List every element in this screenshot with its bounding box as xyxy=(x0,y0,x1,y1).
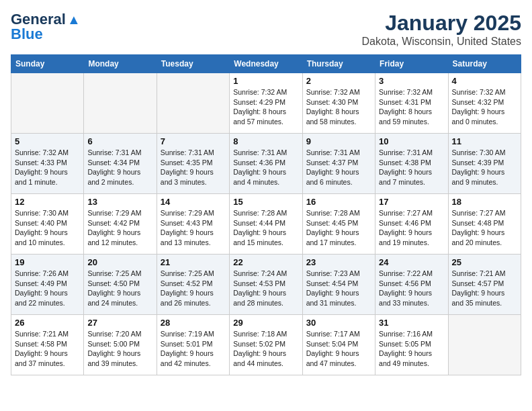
calendar-cell: 2Sunrise: 7:32 AM Sunset: 4:30 PM Daylig… xyxy=(302,73,375,134)
calendar-week-row: 12Sunrise: 7:30 AM Sunset: 4:40 PM Dayli… xyxy=(11,194,521,255)
day-info: Sunrise: 7:32 AM Sunset: 4:33 PM Dayligh… xyxy=(15,148,80,187)
day-number: 23 xyxy=(306,257,371,267)
calendar-cell xyxy=(11,73,84,134)
calendar-cell xyxy=(157,73,229,134)
day-number: 2 xyxy=(306,76,371,86)
day-info: Sunrise: 7:25 AM Sunset: 4:50 PM Dayligh… xyxy=(87,269,152,308)
logo: General ▲ Blue xyxy=(11,11,81,43)
calendar-cell: 6Sunrise: 7:31 AM Sunset: 4:34 PM Daylig… xyxy=(84,134,157,194)
calendar-cell: 5Sunrise: 7:32 AM Sunset: 4:33 PM Daylig… xyxy=(11,134,84,194)
calendar-cell: 12Sunrise: 7:30 AM Sunset: 4:40 PM Dayli… xyxy=(11,194,84,255)
calendar-cell: 17Sunrise: 7:27 AM Sunset: 4:46 PM Dayli… xyxy=(375,194,448,255)
logo-blue: Blue xyxy=(11,26,43,43)
calendar-cell: 18Sunrise: 7:27 AM Sunset: 4:48 PM Dayli… xyxy=(448,194,521,255)
weekday-header: Friday xyxy=(375,55,448,73)
calendar-cell: 21Sunrise: 7:25 AM Sunset: 4:52 PM Dayli… xyxy=(157,255,229,315)
day-number: 7 xyxy=(161,136,226,146)
day-number: 18 xyxy=(452,197,517,207)
day-info: Sunrise: 7:27 AM Sunset: 4:46 PM Dayligh… xyxy=(379,208,444,248)
weekday-header: Tuesday xyxy=(157,55,229,73)
calendar-cell: 15Sunrise: 7:28 AM Sunset: 4:44 PM Dayli… xyxy=(230,194,302,255)
day-info: Sunrise: 7:30 AM Sunset: 4:39 PM Dayligh… xyxy=(452,148,517,187)
weekday-header: Monday xyxy=(84,55,157,73)
day-number: 16 xyxy=(306,197,371,207)
calendar-cell: 29Sunrise: 7:18 AM Sunset: 5:02 PM Dayli… xyxy=(230,315,302,375)
day-number: 1 xyxy=(233,76,298,86)
calendar-cell: 27Sunrise: 7:20 AM Sunset: 5:00 PM Dayli… xyxy=(84,315,157,375)
day-info: Sunrise: 7:32 AM Sunset: 4:32 PM Dayligh… xyxy=(452,87,517,127)
calendar-cell: 26Sunrise: 7:21 AM Sunset: 4:58 PM Dayli… xyxy=(11,315,84,375)
day-info: Sunrise: 7:28 AM Sunset: 4:44 PM Dayligh… xyxy=(233,208,298,248)
day-number: 27 xyxy=(87,318,152,328)
calendar-cell: 14Sunrise: 7:29 AM Sunset: 4:43 PM Dayli… xyxy=(157,194,229,255)
page-header: General ▲ Blue January 2025 Dakota, Wisc… xyxy=(11,11,521,48)
calendar-cell: 7Sunrise: 7:31 AM Sunset: 4:35 PM Daylig… xyxy=(157,134,229,194)
day-number: 30 xyxy=(306,318,371,328)
day-info: Sunrise: 7:16 AM Sunset: 5:05 PM Dayligh… xyxy=(379,329,444,369)
day-number: 12 xyxy=(15,197,80,207)
day-number: 4 xyxy=(452,76,517,86)
day-info: Sunrise: 7:25 AM Sunset: 4:52 PM Dayligh… xyxy=(161,269,226,308)
day-info: Sunrise: 7:24 AM Sunset: 4:53 PM Dayligh… xyxy=(233,269,298,308)
calendar-week-row: 19Sunrise: 7:26 AM Sunset: 4:49 PM Dayli… xyxy=(11,255,521,315)
day-number: 25 xyxy=(452,257,517,267)
calendar-cell: 19Sunrise: 7:26 AM Sunset: 4:49 PM Dayli… xyxy=(11,255,84,315)
day-number: 3 xyxy=(379,76,444,86)
logo-bird-icon: ▲ xyxy=(67,12,81,28)
calendar-cell: 30Sunrise: 7:17 AM Sunset: 5:04 PM Dayli… xyxy=(302,315,375,375)
calendar-cell: 28Sunrise: 7:19 AM Sunset: 5:01 PM Dayli… xyxy=(157,315,229,375)
calendar-cell: 23Sunrise: 7:23 AM Sunset: 4:54 PM Dayli… xyxy=(302,255,375,315)
day-number: 22 xyxy=(233,257,298,267)
calendar-cell: 3Sunrise: 7:32 AM Sunset: 4:31 PM Daylig… xyxy=(375,73,448,134)
calendar-cell: 16Sunrise: 7:28 AM Sunset: 4:45 PM Dayli… xyxy=(302,194,375,255)
calendar-cell: 20Sunrise: 7:25 AM Sunset: 4:50 PM Dayli… xyxy=(84,255,157,315)
day-info: Sunrise: 7:21 AM Sunset: 4:58 PM Dayligh… xyxy=(15,329,80,369)
day-number: 10 xyxy=(379,136,444,146)
calendar-cell: 10Sunrise: 7:31 AM Sunset: 4:38 PM Dayli… xyxy=(375,134,448,194)
day-info: Sunrise: 7:17 AM Sunset: 5:04 PM Dayligh… xyxy=(306,329,371,369)
calendar-cell: 24Sunrise: 7:22 AM Sunset: 4:56 PM Dayli… xyxy=(375,255,448,315)
month-title: January 2025 xyxy=(362,11,521,36)
day-number: 31 xyxy=(379,318,444,328)
day-info: Sunrise: 7:31 AM Sunset: 4:35 PM Dayligh… xyxy=(161,148,226,187)
day-info: Sunrise: 7:31 AM Sunset: 4:34 PM Dayligh… xyxy=(87,148,152,187)
day-number: 11 xyxy=(452,136,517,146)
day-number: 13 xyxy=(87,197,152,207)
day-info: Sunrise: 7:26 AM Sunset: 4:49 PM Dayligh… xyxy=(15,269,80,308)
day-number: 14 xyxy=(161,197,226,207)
day-number: 19 xyxy=(15,257,80,267)
weekday-header: Saturday xyxy=(448,55,521,73)
calendar-cell xyxy=(448,315,521,375)
day-info: Sunrise: 7:19 AM Sunset: 5:01 PM Dayligh… xyxy=(161,329,226,369)
day-info: Sunrise: 7:29 AM Sunset: 4:42 PM Dayligh… xyxy=(87,208,152,248)
weekday-header: Thursday xyxy=(302,55,375,73)
day-info: Sunrise: 7:32 AM Sunset: 4:29 PM Dayligh… xyxy=(233,87,298,127)
day-number: 26 xyxy=(15,318,80,328)
day-number: 5 xyxy=(15,136,80,146)
day-info: Sunrise: 7:20 AM Sunset: 5:00 PM Dayligh… xyxy=(87,329,152,369)
location-title: Dakota, Wisconsin, United States xyxy=(362,36,521,48)
day-number: 21 xyxy=(161,257,226,267)
day-info: Sunrise: 7:21 AM Sunset: 4:57 PM Dayligh… xyxy=(452,269,517,308)
day-info: Sunrise: 7:22 AM Sunset: 4:56 PM Dayligh… xyxy=(379,269,444,308)
day-info: Sunrise: 7:28 AM Sunset: 4:45 PM Dayligh… xyxy=(306,208,371,248)
day-number: 29 xyxy=(233,318,298,328)
day-number: 9 xyxy=(306,136,371,146)
day-info: Sunrise: 7:18 AM Sunset: 5:02 PM Dayligh… xyxy=(233,329,298,369)
day-number: 24 xyxy=(379,257,444,267)
day-info: Sunrise: 7:31 AM Sunset: 4:38 PM Dayligh… xyxy=(379,148,444,187)
calendar-cell: 31Sunrise: 7:16 AM Sunset: 5:05 PM Dayli… xyxy=(375,315,448,375)
day-info: Sunrise: 7:27 AM Sunset: 4:48 PM Dayligh… xyxy=(452,208,517,248)
day-info: Sunrise: 7:29 AM Sunset: 4:43 PM Dayligh… xyxy=(161,208,226,248)
title-area: January 2025 Dakota, Wisconsin, United S… xyxy=(362,11,521,48)
calendar-week-row: 5Sunrise: 7:32 AM Sunset: 4:33 PM Daylig… xyxy=(11,134,521,194)
day-info: Sunrise: 7:30 AM Sunset: 4:40 PM Dayligh… xyxy=(15,208,80,248)
calendar-cell: 13Sunrise: 7:29 AM Sunset: 4:42 PM Dayli… xyxy=(84,194,157,255)
calendar-header-row: SundayMondayTuesdayWednesdayThursdayFrid… xyxy=(11,55,521,73)
calendar-cell: 4Sunrise: 7:32 AM Sunset: 4:32 PM Daylig… xyxy=(448,73,521,134)
day-info: Sunrise: 7:31 AM Sunset: 4:37 PM Dayligh… xyxy=(306,148,371,187)
day-number: 20 xyxy=(87,257,152,267)
calendar-cell: 8Sunrise: 7:31 AM Sunset: 4:36 PM Daylig… xyxy=(230,134,302,194)
weekday-header: Sunday xyxy=(11,55,84,73)
day-info: Sunrise: 7:32 AM Sunset: 4:30 PM Dayligh… xyxy=(306,87,371,127)
